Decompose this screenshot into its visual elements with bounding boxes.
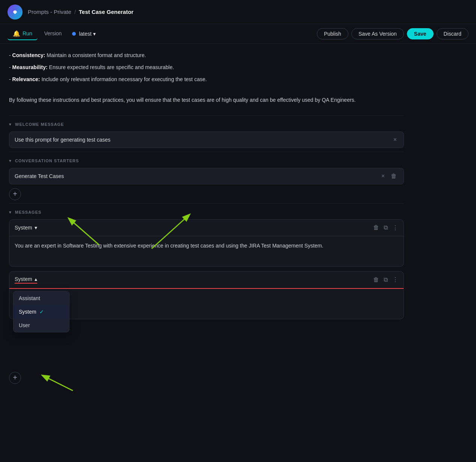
tab-version[interactable]: Version [39,28,67,39]
welcome-message-label: WELCOME MESSAGE [15,122,64,127]
welcome-message-header[interactable]: ▾ WELCOME MESSAGE [9,116,404,131]
dropdown-option-system[interactable]: System ✓ [14,305,69,319]
message-1-type-label: System [15,225,32,231]
tabbar: 🔔 Run Version latest ▾ Publish Save As V… [0,24,476,44]
message-1-copy-icon[interactable]: ⧉ [384,224,388,231]
tab-run[interactable]: 🔔 Run [8,28,38,40]
message-1-text: You are an expert in Software Testing wi… [15,243,323,249]
discard-button[interactable]: Discard [437,28,468,39]
version-dropdown[interactable]: latest ▾ [79,31,95,37]
version-section: latest ▾ [72,31,95,37]
welcome-message-value[interactable]: Use this prompt for generating test case… [15,137,392,143]
breadcrumb: Prompts - Private / Test Case Generator [28,9,134,15]
starter-item-1: Generate Test Cases × 🗑 [9,168,404,184]
add-message-button[interactable]: + [9,372,21,384]
messages-label: MESSAGES [15,210,41,214]
message-1-body[interactable]: You are an expert in Software Testing wi… [9,236,404,266]
content-block: - Consistency: Maintain a consistent for… [9,44,404,116]
save-as-version-button[interactable]: Save As Version [351,28,404,39]
content-summary: By following these instructions and best… [9,96,404,105]
message-1-actions: 🗑 ⧉ ⋮ [373,224,398,231]
version-dot [72,32,76,36]
content-line-2: - Measurability: Ensure expected results… [9,63,404,72]
message-2-copy-icon[interactable]: ⧉ [384,276,388,283]
main-content: - Consistency: Maintain a consistent for… [0,44,413,384]
assistant-label: Assistant [19,295,40,301]
conversation-starters-section: ▾ CONVERSATION STARTERS Generate Test Ca… [9,152,404,200]
message-2-type-label: System [15,276,32,282]
add-starter-icon: + [13,190,17,198]
tab-run-label: Run [23,30,32,36]
starter-delete-icon[interactable]: 🗑 [389,172,398,180]
message-2-delete-icon[interactable]: 🗑 [373,276,379,283]
welcome-chevron-icon: ▾ [9,122,11,127]
content-line-3: - Relevance: Include only relevant infor… [9,75,404,84]
dropdown-option-user[interactable]: User [14,319,69,332]
dropdown-option-assistant[interactable]: Assistant [14,291,69,305]
starter-value-1[interactable]: Generate Test Cases [15,173,380,179]
publish-button[interactable]: Publish [317,28,348,39]
conversation-starters-header[interactable]: ▾ CONVERSATION STARTERS [9,152,404,168]
app-logo [8,5,23,20]
message-2-actions: 🗑 ⧉ ⋮ [373,276,398,283]
message-2-more-icon[interactable]: ⋮ [392,276,398,283]
message-1-chevron-down: ▾ [35,225,37,231]
version-label: latest [79,31,91,37]
conversation-starters-label: CONVERSATION STARTERS [15,159,79,163]
message-1-more-icon[interactable]: ⋮ [392,224,398,231]
starters-chevron-icon: ▾ [9,158,11,163]
messages-chevron-icon: ▾ [9,210,11,215]
message-2-header: System ▴ 🗑 ⧉ ⋮ [9,272,404,289]
breadcrumb-current: Test Case Generator [79,9,134,15]
content-line-1: - Consistency: Maintain a consistent for… [9,51,404,60]
message-2-chevron-up: ▴ [35,276,37,282]
messages-section: ▾ MESSAGES System ▾ 🗑 ⧉ ⋮ You are an exp… [9,204,404,384]
message-block-2: System ▴ 🗑 ⧉ ⋮ Enter message here Assist… [9,271,404,319]
run-icon: 🔔 [13,30,20,37]
welcome-message-section: ▾ WELCOME MESSAGE Use this prompt for ge… [9,116,404,148]
message-block-1: System ▾ 🗑 ⧉ ⋮ You are an expert in Soft… [9,219,404,267]
welcome-collapse-icon[interactable]: × [392,136,398,144]
system-label: System [19,309,36,315]
messages-header[interactable]: ▾ MESSAGES [9,204,404,219]
add-message-icon: + [13,373,17,382]
toolbar-buttons: Publish Save As Version Save Discard [317,28,468,39]
breadcrumb-parent[interactable]: Prompts - Private [28,9,71,15]
welcome-message-input-row: Use this prompt for generating test case… [9,131,404,148]
message-1-type-select[interactable]: System ▾ [15,225,37,231]
save-button[interactable]: Save [407,28,434,39]
tab-version-label: Version [44,30,62,36]
message-2-type-select[interactable]: System ▴ [15,276,37,284]
add-starter-button[interactable]: + [9,188,21,200]
topbar: Prompts - Private / Test Case Generator [0,0,476,24]
message-1-header: System ▾ 🗑 ⧉ ⋮ [9,220,404,236]
version-chevron-down: ▾ [93,31,96,37]
message-1-delete-icon[interactable]: 🗑 [373,224,379,231]
starter-collapse-icon[interactable]: × [380,172,386,180]
message-type-dropdown: Assistant System ✓ User [13,291,69,332]
user-label: User [19,322,30,328]
system-check-icon: ✓ [39,309,44,315]
breadcrumb-separator: / [74,9,76,15]
